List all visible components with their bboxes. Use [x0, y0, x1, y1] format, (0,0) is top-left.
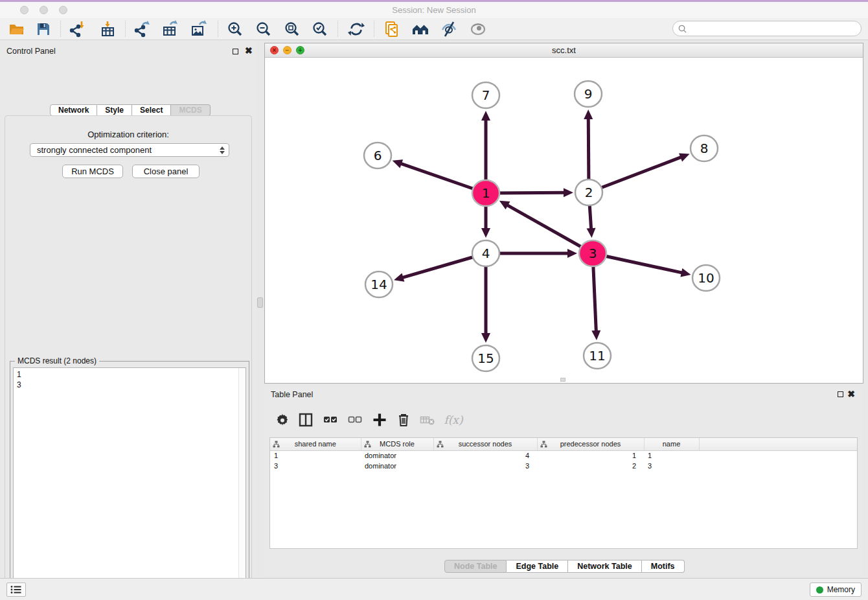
svg-text:10: 10 [698, 270, 714, 286]
toolbar-separator [374, 21, 374, 37]
zoom-out-icon[interactable] [254, 19, 273, 39]
criterion-dropdown[interactable]: strongly connected component [30, 143, 229, 157]
svg-text:14: 14 [371, 277, 387, 292]
mcds-panel: Optimization criterion: strongly connect… [5, 115, 252, 600]
import-network-icon[interactable] [67, 19, 87, 39]
column-header-successor-nodes[interactable]: successor nodes [433, 438, 537, 450]
tab-network[interactable]: Network [50, 104, 97, 116]
deselect-all-icon[interactable] [346, 411, 364, 429]
tab-network-table[interactable]: Network Table [568, 560, 642, 573]
open-session-icon[interactable] [7, 19, 27, 39]
save-session-icon[interactable] [34, 19, 53, 39]
graph-node-15[interactable]: 15 [472, 345, 499, 371]
table-row[interactable]: 1dominator411 [270, 450, 857, 461]
close-panel-icon[interactable]: ✖ [245, 47, 253, 54]
arrowhead-icon [680, 268, 691, 277]
float-table-panel-icon[interactable] [838, 391, 843, 397]
close-panel-button[interactable]: Close panel [132, 165, 200, 178]
graph-node-2[interactable]: 2 [575, 179, 602, 205]
search-icon [678, 24, 687, 34]
column-header-shared-name[interactable]: shared name [270, 438, 361, 450]
svg-text:6: 6 [374, 148, 382, 163]
tab-edge-table[interactable]: Edge Table [507, 560, 568, 573]
export-network-icon[interactable] [132, 19, 152, 39]
canvas-resize-handle[interactable] [560, 378, 565, 382]
graph-edge-2-8[interactable] [589, 157, 681, 192]
arrowhead-icon [564, 188, 573, 197]
network-window-titlebar[interactable]: × − + scc.txt [265, 43, 863, 58]
arrowhead-icon [591, 330, 600, 340]
graph-node-9[interactable]: 9 [575, 81, 602, 107]
import-table-icon[interactable] [98, 19, 118, 39]
export-table-icon[interactable] [161, 19, 180, 39]
float-panel-icon[interactable] [233, 49, 238, 54]
control-panel-title: Control Panel [6, 47, 56, 56]
result-scrollbar[interactable] [238, 368, 246, 600]
svg-text:3: 3 [589, 246, 597, 261]
graph-node-10[interactable]: 10 [692, 265, 720, 291]
arrowhead-icon [584, 110, 593, 119]
task-history-button[interactable] [6, 583, 26, 597]
function-builder-icon[interactable]: f(x) [442, 411, 465, 429]
show-all-homes-icon[interactable] [411, 19, 430, 39]
column-header-mcds-role[interactable]: MCDS role [361, 438, 433, 450]
delete-row-trash-icon[interactable] [394, 411, 413, 429]
network-window: × − + scc.txt 7968124314101511 [264, 43, 863, 384]
toolbar-separator [60, 21, 61, 37]
svg-text:11: 11 [589, 348, 605, 363]
tab-select[interactable]: Select [132, 104, 171, 116]
zoom-fit-icon[interactable] [282, 19, 302, 39]
arrowhead-icon [481, 111, 490, 121]
graph-node-1[interactable]: 1 [472, 180, 499, 206]
graph-edge-3-1[interactable] [507, 205, 593, 253]
graphics-details-icon[interactable] [468, 19, 488, 39]
search-input[interactable] [687, 24, 861, 33]
search-box[interactable] [672, 21, 862, 36]
graph-node-6[interactable]: 6 [364, 143, 391, 168]
hide-selected-icon[interactable] [439, 19, 459, 39]
table-row[interactable]: 3dominator323 [270, 461, 857, 471]
svg-text:15: 15 [477, 351, 494, 366]
add-row-icon[interactable] [371, 411, 389, 429]
arrowhead-icon [393, 159, 403, 168]
main-toolbar [0, 18, 868, 40]
graph-node-3[interactable]: 3 [579, 240, 606, 266]
select-all-icon[interactable] [321, 411, 339, 429]
graph-node-11[interactable]: 11 [584, 343, 611, 369]
node-table: shared name MCDS role successor nodes pr… [269, 437, 858, 549]
svg-text:2: 2 [585, 185, 593, 200]
close-table-panel-icon[interactable]: ✖ [847, 391, 855, 397]
clone-network-icon[interactable] [382, 19, 402, 39]
zoom-selected-icon[interactable] [310, 19, 330, 39]
table-panel: Table Panel ✖ f(x) shared name MCDS role… [264, 386, 863, 577]
control-panel-tabs: Network Style Select MCDS [50, 104, 211, 116]
graph-node-8[interactable]: 8 [691, 135, 718, 161]
svg-text:7: 7 [482, 87, 490, 103]
column-panel-icon[interactable] [297, 411, 315, 429]
tab-node-table[interactable]: Node Table [444, 560, 507, 573]
zoom-in-icon[interactable] [225, 19, 245, 39]
mcds-result-textarea[interactable]: 1 3 [13, 367, 246, 600]
mcds-result-title: MCDS result (2 nodes) [15, 356, 99, 365]
graph-node-14[interactable]: 14 [365, 271, 393, 297]
memory-status-icon [816, 586, 823, 594]
tab-style[interactable]: Style [97, 104, 132, 116]
tab-mcds[interactable]: MCDS [171, 104, 210, 116]
app-titlebar: Session: New Session [0, 2, 868, 18]
network-canvas[interactable]: 7968124314101511 [265, 58, 863, 384]
svg-text:4: 4 [482, 246, 490, 261]
export-image-icon[interactable] [189, 19, 209, 39]
graph-node-4[interactable]: 4 [472, 240, 499, 266]
column-header-name[interactable]: name [644, 438, 699, 450]
vertical-splitter-handle[interactable] [257, 297, 263, 308]
column-header-predecessor-nodes[interactable]: predecessor nodes [537, 438, 644, 450]
run-mcds-button[interactable]: Run MCDS [62, 165, 123, 178]
graph-node-7[interactable]: 7 [472, 82, 499, 108]
table-settings-gear-icon[interactable] [273, 411, 291, 429]
table-panel-title: Table Panel [271, 390, 313, 399]
network-title: scc.txt [265, 45, 863, 55]
memory-button[interactable]: Memory [810, 583, 862, 597]
refresh-icon[interactable] [347, 19, 366, 39]
tab-motifs[interactable]: Motifs [642, 560, 685, 573]
delete-table-icon[interactable] [418, 411, 437, 429]
